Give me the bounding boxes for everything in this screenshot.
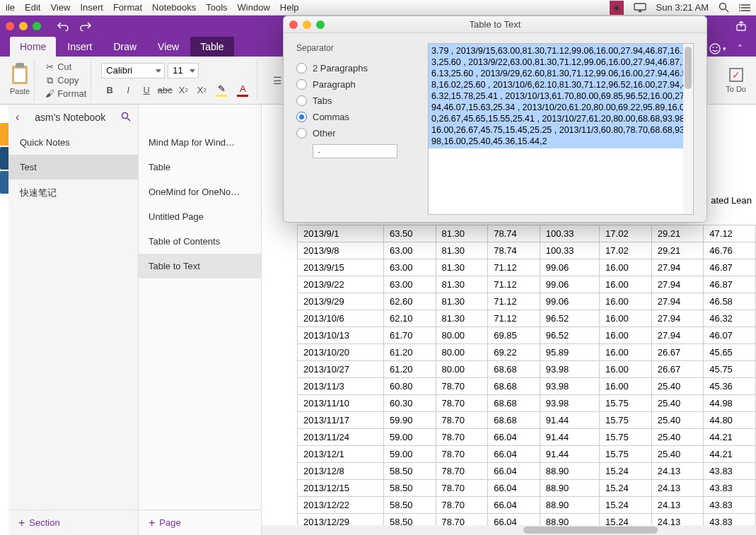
table-row[interactable]: 2013/11/2459.0078.7066.0491.4415.7525.40… <box>298 429 756 446</box>
separator-label: Separator <box>296 43 417 53</box>
back-button[interactable]: ‹ <box>16 111 19 124</box>
menu-format[interactable]: Format <box>113 2 142 13</box>
page-item[interactable]: Mind Map for Wind… <box>139 130 261 155</box>
zoom-window-button[interactable] <box>33 22 41 30</box>
separator-option-tabs[interactable]: Tabs <box>296 93 417 109</box>
svg-point-12 <box>716 47 717 48</box>
section-color-tabs <box>0 105 8 535</box>
ribbon-collapse-button[interactable]: ˄ <box>731 41 749 57</box>
table-row[interactable]: 2013/10/2761.2080.0068.6893.9816.0026.67… <box>298 361 756 378</box>
redo-button[interactable] <box>76 18 95 34</box>
other-separator-input[interactable]: - <box>313 144 397 158</box>
add-page-button[interactable]: +Page <box>139 510 261 535</box>
page-item[interactable]: Table of Contents <box>139 229 261 254</box>
share-button[interactable] <box>732 18 750 34</box>
table-row[interactable]: 2013/10/662.1081.3071.1296.5216.0027.944… <box>298 310 756 327</box>
undo-button[interactable] <box>54 18 72 34</box>
menu-extra-icon[interactable]: ◈ <box>610 1 624 15</box>
font-color-button[interactable]: A <box>233 83 252 98</box>
subscript-button[interactable]: X2 <box>175 83 192 98</box>
separator-option-2-paragraphs[interactable]: 2 Paragraphs <box>296 60 417 76</box>
spotlight-icon[interactable] <box>719 2 729 13</box>
svg-point-13 <box>122 112 128 118</box>
dialog-zoom-button[interactable] <box>316 20 325 29</box>
table-row[interactable]: 2013/11/1060.3078.7068.6893.9815.7525.40… <box>298 395 756 412</box>
ribbon-tab-table[interactable]: Table <box>190 37 233 57</box>
menu-window[interactable]: Window <box>238 2 270 13</box>
menu-ile[interactable]: ile <box>6 2 15 13</box>
menu-insert[interactable]: Insert <box>80 2 103 13</box>
preview-scrollbar[interactable] <box>683 44 693 214</box>
underline-button[interactable]: U <box>138 83 155 98</box>
table-row[interactable]: 2013/12/858.5078.7066.0488.9015.2424.134… <box>298 463 756 480</box>
dialog-close-button[interactable] <box>289 20 298 29</box>
section-item[interactable]: Test <box>8 155 138 180</box>
table-row[interactable]: 2013/9/863.0081.3078.74100.3317.0229.214… <box>298 242 756 259</box>
strikethrough-button[interactable]: abc <box>156 83 173 98</box>
separator-option-commas[interactable]: Commas <box>296 109 417 125</box>
preview-pane[interactable]: 3.79 , 2013/9/15,63.00,81.30,71.12,99.06… <box>428 43 694 215</box>
superscript-button[interactable]: X2 <box>193 83 210 98</box>
page-item[interactable]: Untitled Page <box>139 204 261 229</box>
table-row[interactable]: 2013/9/1563.0081.3071.1299.0616.0027.944… <box>298 259 756 276</box>
column-header-fragment: ated Lean <box>711 195 752 206</box>
separator-option-paragraph[interactable]: Paragraph <box>296 76 417 93</box>
todo-tag-button[interactable]: ✓ <box>729 68 743 82</box>
dialog-minimize-button[interactable] <box>303 20 311 29</box>
section-item[interactable]: 快速笔记 <box>8 180 138 206</box>
svg-point-7 <box>739 7 740 8</box>
minimize-window-button[interactable] <box>19 22 28 30</box>
ribbon-tab-view[interactable]: View <box>148 37 189 57</box>
table-row[interactable]: 2013/12/2258.5078.7066.0488.9015.2424.13… <box>298 497 756 514</box>
font-select[interactable]: Calibri <box>101 63 165 78</box>
airplay-icon[interactable] <box>634 3 646 13</box>
menu-tools[interactable]: Tools <box>206 2 227 13</box>
cut-button[interactable]: ✂Cut <box>45 61 71 73</box>
menu-notebooks[interactable]: Notebooks <box>152 2 196 13</box>
page-item[interactable]: OneMind for OneNo… <box>139 180 261 204</box>
horizontal-scrollbar[interactable] <box>262 525 756 535</box>
page-item[interactable]: Table to Text <box>139 254 261 278</box>
notebook-title[interactable]: asm's Notebook <box>25 112 115 123</box>
ribbon-tab-draw[interactable]: Draw <box>103 37 146 57</box>
table-row[interactable]: 2013/9/163.5081.3078.74100.3317.0229.214… <box>298 225 756 242</box>
svg-point-10 <box>710 44 720 54</box>
ribbon-tab-home[interactable]: Home <box>10 37 56 57</box>
search-button[interactable] <box>121 112 131 124</box>
add-section-button[interactable]: +Section <box>8 510 138 535</box>
highlight-button[interactable]: ✎ <box>211 83 231 98</box>
format-painter-button[interactable]: 🖌Format <box>45 88 86 100</box>
data-table[interactable]: 2013/9/163.5081.3078.74100.3317.0229.214… <box>297 225 756 531</box>
section-tab-quicknotes[interactable] <box>0 123 8 146</box>
italic-button[interactable]: I <box>120 83 136 98</box>
section-item[interactable]: Quick Notes <box>8 130 138 155</box>
table-row[interactable]: 2013/12/159.0078.7066.0491.4415.7525.404… <box>298 446 756 463</box>
table-row[interactable]: 2013/12/1558.5078.7066.0488.9015.2424.13… <box>298 480 756 497</box>
svg-line-2 <box>726 9 728 12</box>
copy-button[interactable]: ⧉Copy <box>45 74 78 86</box>
svg-rect-0 <box>634 4 646 10</box>
menu-help[interactable]: Help <box>280 2 299 13</box>
table-row[interactable]: 2013/9/2263.0081.3071.1299.0616.0027.944… <box>298 276 756 293</box>
close-window-button[interactable] <box>6 22 14 30</box>
table-row[interactable]: 2013/9/2962.6081.3071.1299.0616.0027.944… <box>298 293 756 310</box>
page-item[interactable]: Table <box>139 155 261 180</box>
menu-list-icon[interactable] <box>739 4 750 12</box>
table-row[interactable]: 2013/10/1361.7080.0069.8596.5216.0027.94… <box>298 327 756 344</box>
section-tab-quicknotes-cn[interactable] <box>0 171 8 194</box>
table-row[interactable]: 2013/10/2061.2080.0069.2295.8916.0026.67… <box>298 344 756 361</box>
table-row[interactable]: 2013/11/1759.9078.7068.6891.4415.7525.40… <box>298 412 756 429</box>
font-size-select[interactable]: 11 <box>168 63 199 78</box>
separator-option-other[interactable]: Other <box>296 125 417 141</box>
feedback-button[interactable]: ▾ <box>708 41 726 57</box>
section-tab-test[interactable] <box>0 147 8 170</box>
table-row[interactable]: 2013/11/360.8078.7068.6893.9816.0025.404… <box>298 378 756 395</box>
svg-point-11 <box>712 47 714 48</box>
ribbon-tab-insert[interactable]: Insert <box>57 37 102 57</box>
menu-view[interactable]: View <box>50 2 70 13</box>
menu-edit[interactable]: Edit <box>25 2 40 13</box>
menubar-clock[interactable]: Sun 3:21 AM <box>656 2 709 13</box>
paste-icon[interactable] <box>10 66 30 86</box>
bold-button[interactable]: B <box>101 83 118 98</box>
svg-point-8 <box>739 10 740 11</box>
